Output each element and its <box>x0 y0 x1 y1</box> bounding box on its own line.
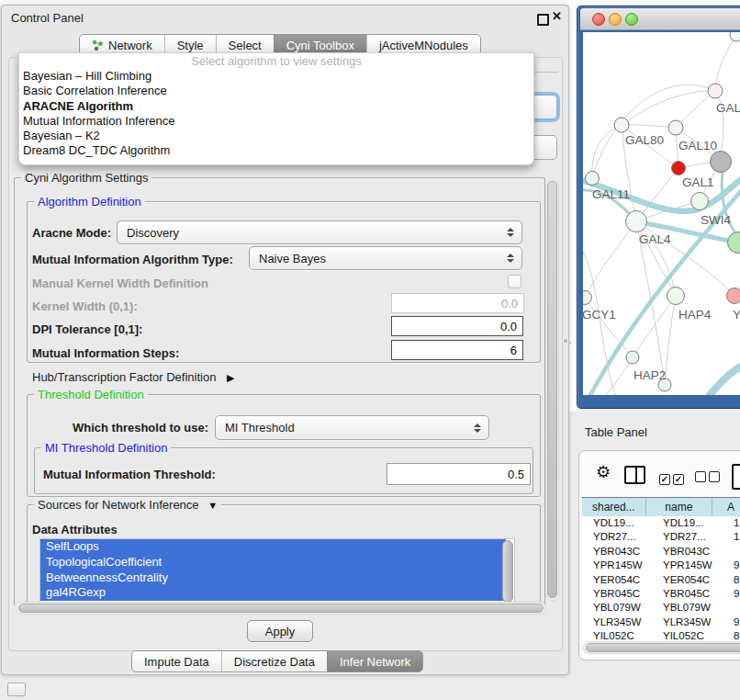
close-traffic-light[interactable] <box>592 13 605 26</box>
node-label: Y <box>733 308 740 322</box>
network-window-titlebar[interactable] <box>580 8 740 30</box>
close-icon[interactable]: ✕ <box>552 9 562 23</box>
sources-title-row[interactable]: Sources for Network Inference ▼ <box>34 498 221 512</box>
deselect-all-columns-icon[interactable] <box>695 469 720 486</box>
node-label: GCY1 <box>583 308 616 322</box>
algorithm-option[interactable]: Bayesian – K2 <box>19 129 533 143</box>
algorithm-option[interactable]: Bayesian – Hill Climbing <box>19 69 533 84</box>
new-table-icon[interactable] <box>732 464 740 490</box>
float-window-icon[interactable] <box>537 14 549 26</box>
network-node[interactable] <box>730 32 740 41</box>
mi-threshold-label: Mutual Information Threshold: <box>43 468 216 481</box>
algorithm-option[interactable]: Mutual Information Inference <box>19 114 533 129</box>
table-combo-edge[interactable] <box>532 135 557 160</box>
mi-threshold-field[interactable]: 0.5 <box>387 463 531 485</box>
node-label: GAL1 <box>682 175 714 189</box>
settings-group-title: Cyni Algorithm Settings <box>21 171 151 185</box>
expanded-arrow-icon: ▼ <box>207 500 218 511</box>
node-label: HAP2 <box>633 368 666 382</box>
threshold-definition-title: Threshold Definition <box>34 388 148 401</box>
table-row[interactable]: YBR045CYBR045C9. <box>582 587 740 601</box>
settings-vertical-scrollbar[interactable] <box>545 179 559 601</box>
column-header-partial[interactable]: A <box>712 498 740 516</box>
split-columns-icon[interactable] <box>624 466 645 484</box>
list-item[interactable]: BetweennessCentrality <box>40 570 506 586</box>
kernel-width-field[interactable]: 0.0 <box>391 293 524 313</box>
table-horizontal-scrollbar[interactable] <box>583 641 740 654</box>
panel-splitter-handle[interactable] <box>564 339 567 343</box>
mi-threshold-title: MI Threshold Definition <box>41 441 171 455</box>
dpi-tolerance-field[interactable]: 0.0 <box>391 316 523 336</box>
panel-splitter-handle2[interactable] <box>568 342 571 344</box>
table-row[interactable]: YIL052CYIL052C8. <box>582 629 740 639</box>
table-header: shared... name A <box>582 497 740 517</box>
column-header-name[interactable]: name <box>646 498 712 516</box>
table-row[interactable]: YDL19...YDL19...13 <box>582 516 740 530</box>
network-node[interactable] <box>728 232 740 254</box>
apply-button[interactable]: Apply <box>247 620 313 642</box>
collapsed-arrow-icon: ▶ <box>227 372 234 384</box>
network-node-gal80[interactable] <box>614 118 629 132</box>
network-node[interactable] <box>708 84 723 98</box>
network-node-hap2[interactable] <box>626 351 639 364</box>
hidden-group-border <box>533 72 558 73</box>
table-panel-window: ⚙ ✓✓ shared... name A YDL19...YDL19...13… <box>578 450 740 660</box>
table-row[interactable]: YPR145WYPR145W9. <box>582 559 740 572</box>
collapsed-panel-button[interactable] <box>7 683 26 696</box>
network-node-gal11[interactable] <box>586 172 600 186</box>
manual-kernel-checkbox[interactable] <box>508 275 521 288</box>
list-item[interactable]: gal4RGexp <box>40 585 506 601</box>
table-panel-title: Table Panel <box>585 425 647 439</box>
control-panel-window: Control Panel ✕ Network Style Select Cyn… <box>1 5 569 675</box>
network-canvas[interactable]: GAL GAL80 GAL10 GAL1 GAL11 SWI4 GAL4 GCY… <box>583 32 740 395</box>
table-row[interactable]: YER054CYER054C8. <box>582 573 740 587</box>
algorithm-option[interactable]: Dream8 DC_TDC Algorithm <box>19 143 533 158</box>
algorithm-option-selected[interactable]: ARACNE Algorithm <box>19 99 533 114</box>
which-threshold-combo[interactable]: MI Threshold <box>215 415 489 440</box>
table-row[interactable]: YBL079WYBL079W <box>582 601 740 615</box>
network-view-window: GAL GAL80 GAL10 GAL1 GAL11 SWI4 GAL4 GCY… <box>577 6 740 409</box>
algorithm-placeholder: Select algorithm to view settings <box>19 53 533 69</box>
combo-stepper-icon <box>507 254 514 263</box>
minimize-traffic-light[interactable] <box>609 13 622 26</box>
manual-kernel-label: Manual Kernel Width Definition <box>32 277 208 290</box>
network-node-gray[interactable] <box>711 152 732 173</box>
panel-gap <box>569 0 577 412</box>
column-header-shared[interactable]: shared... <box>582 498 646 516</box>
algorithm-option[interactable]: Basic Correlation Inference <box>19 84 533 98</box>
network-node-gal10[interactable] <box>668 120 683 135</box>
select-all-columns-icon[interactable]: ✓✓ <box>659 469 684 486</box>
hub-section-header[interactable]: Hub/Transcription Factor Definition ▶ <box>32 370 234 384</box>
network-node-salmon[interactable] <box>727 288 740 304</box>
which-threshold-label: Which threshold to use: <box>73 421 208 435</box>
node-label: HAP4 <box>678 308 712 322</box>
table-row[interactable]: YBR043CYBR043C <box>582 545 740 559</box>
aracne-mode-label: Aracne Mode: <box>32 226 111 240</box>
tab-network-label: Network <box>108 39 152 52</box>
algorithm-combo-edge[interactable] <box>532 95 557 119</box>
tab-impute-data[interactable]: Impute Data <box>132 651 221 672</box>
mi-type-combo[interactable]: Naive Bayes <box>249 246 522 270</box>
list-item[interactable]: TopologicalCoefficient <box>40 555 506 570</box>
tab-discretize-data[interactable]: Discretize Data <box>221 651 327 672</box>
list-scrollbar[interactable] <box>502 540 513 603</box>
network-node-gcy1[interactable] <box>583 291 592 305</box>
network-node-swi4[interactable] <box>691 193 709 210</box>
network-node-hap4[interactable] <box>667 288 685 305</box>
table-row[interactable]: YDR27...YDR27...12 <box>582 530 740 544</box>
dpi-tolerance-label: DPI Tolerance [0,1]: <box>32 322 142 336</box>
gear-icon[interactable]: ⚙ <box>596 462 611 481</box>
aracne-mode-combo[interactable]: Discovery <box>117 220 522 244</box>
settings-horizontal-scrollbar[interactable] <box>16 602 546 615</box>
list-item[interactable]: SelfLoops <box>40 539 506 555</box>
combo-stepper-icon <box>474 423 481 433</box>
table-row[interactable]: YLR345WYLR345W9. <box>582 615 740 629</box>
mi-steps-field[interactable]: 6 <box>391 340 523 360</box>
zoom-traffic-light[interactable] <box>625 13 638 26</box>
node-label: GAL <box>716 101 740 115</box>
node-label: SWI4 <box>701 213 731 227</box>
network-node-gal1-selected[interactable] <box>672 162 686 175</box>
tab-infer-network[interactable]: Infer Network <box>327 651 422 672</box>
network-node-gal4[interactable] <box>626 211 647 232</box>
table-body: YDL19...YDL19...13 YDR27...YDR27...12 YB… <box>582 516 740 639</box>
